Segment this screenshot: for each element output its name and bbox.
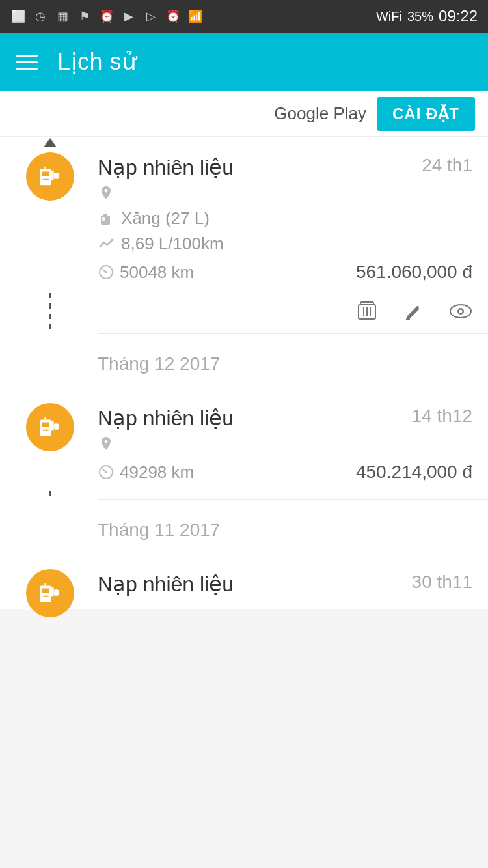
alarm2-icon: ⏰ [165,8,181,24]
entry-1-efficiency: 8,69 L/100km [121,234,224,254]
fuel-pump-icon-2 [38,415,62,440]
entry-1-fuel-row: Xăng (27 L) [98,208,472,229]
entry-2-amount: 450.214,000 đ [356,462,472,483]
entry-1-actions [98,289,488,333]
entry-2: Nạp nhiên liệu 14 th12 [0,387,488,489]
page-title: Lịch sử [57,48,137,76]
svg-rect-21 [42,422,49,427]
entry-1-efficiency-row: 8,69 L/100km [98,234,472,254]
install-button[interactable]: CÀI ĐẶT [377,97,475,131]
entry-2-odometer: 49298 km [120,462,194,483]
status-icons-right: WiFi 35% 09:22 [376,7,478,25]
svg-rect-2 [42,171,49,176]
entry-1-odometer: 50048 km [120,262,194,283]
fuel-pump-icon-3 [38,581,62,606]
svg-rect-23 [54,423,59,430]
alarm-icon: ⏰ [99,8,115,24]
svg-point-11 [105,271,107,273]
entry-2-footer: 49298 km 450.214,000 đ [98,462,472,483]
svg-point-19 [459,310,463,313]
status-icons-left: ⬜ ◷ ▦ ⚑ ⏰ ▶ ▷ ⏰ 📶 [10,8,203,24]
menu-button[interactable] [16,55,38,70]
svg-rect-22 [51,421,54,431]
odometer-icon-2 [98,464,115,481]
month-label-2: Tháng 11 2017 [0,500,488,553]
entry-2-details [98,437,472,454]
odometer-icon [98,264,115,281]
entry-1-header: Nạp nhiên liệu 24 th1 [98,155,472,180]
svg-point-27 [105,471,107,473]
month-label-1-text: Tháng 12 2017 [98,354,220,374]
clock-circle-icon: ◷ [33,8,48,24]
chart-icon [98,236,115,253]
svg-rect-28 [40,586,51,602]
svg-rect-1 [40,169,51,186]
timeline-arrow [42,137,58,152]
entry-2-header: Nạp nhiên liệu 14 th12 [98,406,472,430]
location-icon-2 [98,437,115,454]
play-icon: ▶ [121,8,137,24]
svg-rect-32 [43,596,49,597]
battery-text: 35% [407,9,433,24]
app-bar: Lịch sử [0,33,488,91]
canister-icon [98,210,115,227]
entry-2-km: 49298 km [98,462,194,483]
month-label-1: Tháng 12 2017 [0,334,488,387]
entry-1-title: Nạp nhiên liệu [98,155,234,180]
notification-banner: Google Play CÀI ĐẶT [0,91,488,137]
entry-1-amount: 561.060,000 đ [356,262,472,283]
edit-button[interactable] [402,300,426,323]
calendar-icon: ▦ [55,8,70,24]
wifi-icon: WiFi [376,9,402,24]
notification-text: Google Play [274,104,366,124]
svg-rect-9 [102,217,105,221]
entry-2-icon [26,403,74,451]
svg-rect-30 [51,587,54,597]
main-content: Nạp nhiên liệu 24 th1 [0,137,488,609]
entry-1-fuel: Xăng (27 L) [121,208,210,229]
view-button[interactable] [449,300,472,323]
entry-1-date: 24 th1 [422,155,472,176]
entry-3-title: Nạp nhiên liệu [98,572,234,596]
flag-icon: ⚑ [77,8,92,24]
delete-button[interactable] [355,300,379,323]
timeline: Nạp nhiên liệu 24 th1 [0,137,488,609]
svg-rect-3 [51,171,54,180]
entry-3-date: 30 th11 [412,572,472,593]
entry-3-icon [26,569,74,617]
entry-1-icon [26,152,74,201]
month-label-2-text: Tháng 11 2017 [98,520,220,540]
entry-3-partial: Nạp nhiên liệu 30 th11 [0,553,488,609]
svg-rect-8 [103,214,107,216]
entry-1-footer: 50048 km 561.060,000 đ [98,262,472,283]
location-icon [98,186,115,203]
entry-2-location-row [98,437,472,454]
entry-3-header: Nạp nhiên liệu 30 th11 [98,572,472,596]
screen-icon: ⬜ [10,8,26,24]
time-display: 09:22 [439,7,478,25]
svg-rect-20 [40,420,51,436]
svg-marker-0 [44,138,57,147]
status-bar: ⬜ ◷ ▦ ⚑ ⏰ ▶ ▷ ⏰ 📶 WiFi 35% 09:22 [0,0,488,33]
play2-icon: ▷ [143,8,159,24]
entry-1-details: Xăng (27 L) 8,69 L/100km [98,186,472,254]
svg-rect-29 [42,588,49,593]
entry-2-title: Nạp nhiên liệu [98,406,234,430]
svg-rect-31 [54,589,59,596]
svg-rect-24 [43,430,49,431]
fuel-pump-icon [38,164,62,189]
signal-icon: 📶 [187,8,203,24]
entry-1-location-row [98,186,472,203]
entry-1-km: 50048 km [98,262,194,283]
svg-rect-4 [54,173,59,179]
entry-2-date: 14 th12 [412,406,472,427]
svg-rect-5 [43,179,49,180]
entry-1: Nạp nhiên liệu 24 th1 [0,137,488,289]
